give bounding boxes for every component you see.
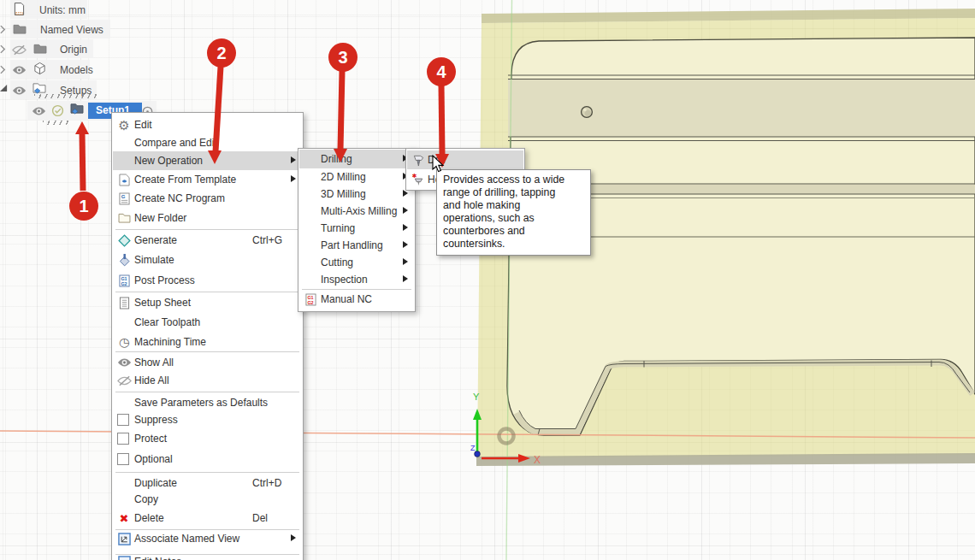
manual-nc-icon: G1G2 [303,292,318,307]
menu-item-label: Setup Sheet [134,297,191,309]
tree-label-models: Models [60,64,93,76]
menu-item-multi-axis-milling[interactable]: Multi-Axis Milling [299,202,414,221]
units-document-icon[interactable] [14,2,25,16]
tree-label-origin: Origin [60,44,87,56]
menu-item-label: Delete [134,512,164,524]
menu-item-label: Machining Time [134,336,206,348]
menu-item-label: Clear Toolpath [134,316,200,328]
z-axis-dot [475,451,481,457]
submenu-arrow-icon [403,241,408,248]
checkbox-icon[interactable] [117,453,129,465]
post-process-icon: G1G2 [116,273,132,288]
menu-item-setup-sheet[interactable]: Setup Sheet [113,293,302,312]
menu-item-drilling[interactable]: Drilling [299,150,414,168]
menu-item-inspection[interactable]: Inspection [299,270,414,289]
menu-item-delete[interactable]: ✖DeleteDel [113,509,302,528]
folder-icon[interactable] [13,24,27,34]
delete-icon: ✖ [116,510,132,526]
menu-item-2d-milling[interactable]: 2D Milling [299,168,414,186]
menu-item-label: Suppress [134,414,178,426]
menu-item-create-nc-program[interactable]: GCreate NC Program [113,189,302,208]
menu-separator [115,351,299,352]
tooltip-line: counterbores and [443,225,588,238]
menu-item-simulate[interactable]: Simulate [113,251,302,269]
menu-item-shortcut: Ctrl+D [252,477,281,489]
chevron-right-icon[interactable] [0,44,6,54]
menu-item-3d-milling[interactable]: 3D Milling [299,185,414,203]
mouse-cursor-icon [432,155,445,173]
menu-item-compare-and-edit[interactable]: Compare and Edit [113,133,302,152]
chevron-right-icon[interactable] [0,65,6,74]
eye-visible-icon[interactable] [32,106,46,116]
svg-text:G2: G2 [121,281,127,286]
cube-icon[interactable] [33,62,46,75]
step1-badge: 1 [69,192,98,221]
menu-item-label: Turning [321,222,355,234]
menu-item-associate-named-view[interactable]: Associate Named View [113,529,302,548]
menu-item-label: Associate Named View [134,533,239,545]
eye-visible-icon [116,355,132,370]
menu-item-label: Optional [134,453,173,465]
eye-visible-icon[interactable] [12,85,27,96]
y-axis-label: Y [473,392,480,402]
setups-hatch [34,94,97,98]
setup1-hatch [43,121,69,125]
menu-item-new-operation[interactable]: New Operation [113,151,302,170]
menu-item-new-folder[interactable]: New Folder [113,209,302,227]
menu-item-suppress[interactable]: Suppress [113,410,302,429]
step2-badge: 2 [207,38,236,68]
drill-icon [411,152,426,168]
svg-text:✱: ✱ [412,173,417,180]
svg-text:G: G [121,194,125,199]
menu-item-label: Edit Notes [134,556,181,560]
part-hole-highlight [583,109,587,112]
submenu-arrow-icon [403,258,408,265]
menu-item-drill[interactable]: Drill [407,150,523,169]
menu-item-label: Save Parameters as Defaults [134,397,268,409]
chevron-right-icon[interactable] [0,25,6,34]
nc-program-icon: G [116,191,132,206]
tree-label-units-mm: Units: mm [39,4,86,16]
eye-visible-icon[interactable] [12,65,27,75]
menu-item-label: Part Handling [321,239,383,251]
menu-item-save-parameters-as-defaults[interactable]: Save Parameters as Defaults [113,393,302,412]
menu-item-generate[interactable]: GenerateCtrl+G [113,231,302,250]
x-axis-label: X [534,454,541,466]
menu-item-protect[interactable]: Protect [113,429,302,448]
setup-folder-icon[interactable] [32,82,46,94]
menu-item-edit[interactable]: ⚙Edit [113,115,302,134]
drill-tooltip: Provides access to a widerange of drilli… [436,169,591,256]
menu-item-cutting[interactable]: Cutting [299,253,414,272]
menu-item-label: Edit [134,119,152,131]
tooltip-line: countersinks. [443,238,588,251]
menu-item-create-from-template[interactable]: Create From Template [113,170,302,189]
checkbox-icon[interactable] [117,433,129,445]
menu-item-manual-nc[interactable]: G1G2Manual NC [299,290,414,309]
svg-text:G2: G2 [307,300,313,305]
triangle-expanded-icon[interactable] [0,85,8,92]
check-circle-icon[interactable] [51,104,64,117]
menu-item-show-all[interactable]: Show All [113,353,302,372]
menu-item-optional[interactable]: Optional [113,450,302,469]
menu-item-hide-all[interactable]: Hide All [113,371,302,390]
menu-item-shortcut: Del [252,512,268,524]
simulate-icon [116,252,132,268]
menu-item-label: Inspection [321,274,368,286]
menu-separator [115,392,299,392]
menu-item-part-handling[interactable]: Part Handling [299,236,414,255]
menu-item-machining-time[interactable]: ◷Machining Time [113,333,302,351]
eye-hidden-icon[interactable] [12,44,27,56]
part-band-upper [508,80,975,138]
menu-item-copy[interactable]: Copy [113,490,302,509]
new-operation-submenu: Drilling2D Milling3D MillingMulti-Axis M… [298,148,416,312]
menu-item-label: New Folder [134,212,186,224]
folder-icon[interactable] [33,44,47,54]
checkbox-icon[interactable] [117,414,129,426]
menu-item-turning[interactable]: Turning [299,219,414,238]
menu-item-clear-toolpath[interactable]: Clear Toolpath [113,313,302,332]
setup1-folder-icon[interactable] [70,103,84,115]
menu-item-label: 3D Milling [321,188,366,200]
menu-item-edit-notes[interactable]: Edit Notes [113,552,302,560]
context-menu: ⚙EditCompare and EditNew OperationCreate… [111,112,304,560]
menu-item-post-process[interactable]: G1G2Post Process [113,271,302,290]
